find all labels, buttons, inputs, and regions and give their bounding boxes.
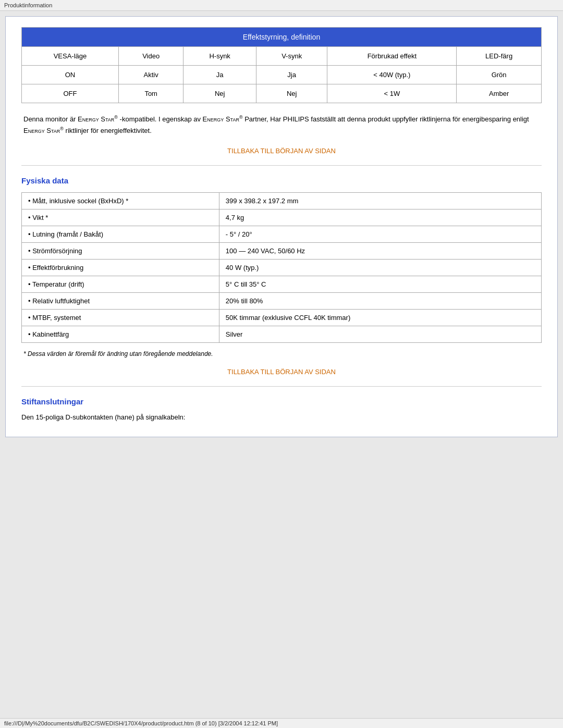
fysiska-data-title: Fysiska data xyxy=(21,176,542,185)
phys-table: • Mått, inklusive sockel (BxHxD) *399 x … xyxy=(21,192,542,343)
phys-table-row: • MTBF, systemet50K timmar (exklusive CC… xyxy=(22,310,542,326)
power-cell-0-3: Jja xyxy=(256,66,327,84)
divider-2 xyxy=(21,386,542,387)
phys-value-4: 40 W (typ.) xyxy=(219,260,541,276)
phys-value-7: 50K timmar (exklusive CCFL 40K timmar) xyxy=(219,310,541,326)
phys-table-row: • KabinettfärgSilver xyxy=(22,326,542,343)
power-cell-1-4: < 1W xyxy=(327,84,457,103)
footnote: * Dessa värden är föremål för ändring ut… xyxy=(21,350,542,357)
power-cell-0-1: Aktiv xyxy=(118,66,183,84)
phys-table-row: • Temperatur (drift)5° C till 35° C xyxy=(22,276,542,293)
phys-label-7: • MTBF, systemet xyxy=(22,310,219,326)
stift-text: Den 15-poliga D-subkontakten (hane) på s… xyxy=(21,413,542,421)
back-link-1[interactable]: TILLBAKA TILL BÖRJAN AV SIDAN xyxy=(21,147,542,155)
phys-label-6: • Relativ luftfuktighet xyxy=(22,293,219,310)
power-cell-1-0: OFF xyxy=(22,84,119,103)
phys-table-row: • Relativ luftfuktighet20% till 80% xyxy=(22,293,542,310)
phys-label-2: • Lutning (framåt / Bakåt) xyxy=(22,226,219,243)
col-header-5: LED-färg xyxy=(457,47,542,66)
phys-value-5: 5° C till 35° C xyxy=(219,276,541,293)
power-cell-0-0: ON xyxy=(22,66,119,84)
status-bar: file:///D|/My%20documents/dfu/B2C/SWEDIS… xyxy=(0,718,563,720)
col-header-1: Video xyxy=(118,47,183,66)
phys-value-3: 100 — 240 VAC, 50/60 Hz xyxy=(219,243,541,260)
stift-title: Stiftanslutningar xyxy=(21,397,542,406)
phys-label-1: • Vikt * xyxy=(22,209,219,226)
phys-table-row: • Strömförsörjning100 — 240 VAC, 50/60 H… xyxy=(22,243,542,260)
phys-label-0: • Mått, inklusive sockel (BxHxD) * xyxy=(22,193,219,209)
top-bar: Produktinformation xyxy=(0,0,563,11)
power-table-row: ONAktivJaJja< 40W (typ.)Grön xyxy=(22,66,542,84)
page-wrapper: Effektstyrning, definition VESA-läge Vid… xyxy=(0,11,563,720)
power-table: Effektstyrning, definition VESA-läge Vid… xyxy=(21,27,542,103)
content-area: Effektstyrning, definition VESA-läge Vid… xyxy=(5,16,558,437)
phys-value-2: - 5° / 20° xyxy=(219,226,541,243)
phys-table-row: • Mått, inklusive sockel (BxHxD) *399 x … xyxy=(22,193,542,209)
col-header-4: Förbrukad effekt xyxy=(327,47,457,66)
divider-1 xyxy=(21,165,542,166)
phys-table-row: • Effektförbrukning40 W (typ.) xyxy=(22,260,542,276)
power-cell-0-5: Grön xyxy=(457,66,542,84)
back-link-2[interactable]: TILLBAKA TILL BÖRJAN AV SIDAN xyxy=(21,368,542,376)
energy-text: Denna monitor är Energy Star® -kompatibe… xyxy=(21,114,542,137)
phys-label-8: • Kabinettfärg xyxy=(22,326,219,343)
col-header-2: H-synk xyxy=(183,47,256,66)
page-label: Produktinformation xyxy=(4,2,52,8)
power-cell-1-1: Tom xyxy=(118,84,183,103)
col-header-0: VESA-läge xyxy=(22,47,119,66)
power-cell-1-3: Nej xyxy=(256,84,327,103)
power-cell-1-5: Amber xyxy=(457,84,542,103)
phys-value-6: 20% till 80% xyxy=(219,293,541,310)
power-table-row: OFFTomNejNej< 1WAmber xyxy=(22,84,542,103)
phys-table-row: • Vikt *4,7 kg xyxy=(22,209,542,226)
power-cell-0-4: < 40W (typ.) xyxy=(327,66,457,84)
phys-label-4: • Effektförbrukning xyxy=(22,260,219,276)
phys-value-8: Silver xyxy=(219,326,541,343)
col-header-3: V-synk xyxy=(256,47,327,66)
phys-label-5: • Temperatur (drift) xyxy=(22,276,219,293)
power-cell-0-2: Ja xyxy=(183,66,256,84)
power-table-title: Effektstyrning, definition xyxy=(22,28,542,47)
stift-section: Stiftanslutningar Den 15-poliga D-subkon… xyxy=(21,397,542,421)
power-cell-1-2: Nej xyxy=(183,84,256,103)
phys-table-row: • Lutning (framåt / Bakåt)- 5° / 20° xyxy=(22,226,542,243)
phys-label-3: • Strömförsörjning xyxy=(22,243,219,260)
phys-value-0: 399 x 398.2 x 197.2 mm xyxy=(219,193,541,209)
phys-value-1: 4,7 kg xyxy=(219,209,541,226)
